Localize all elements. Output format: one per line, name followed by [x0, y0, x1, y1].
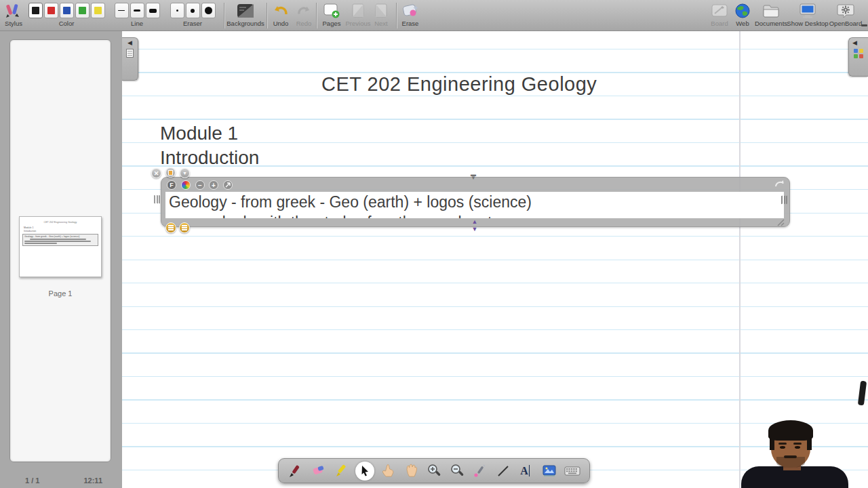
- resize-right-handle[interactable]: [781, 196, 787, 204]
- undo-label: Undo: [273, 20, 289, 28]
- toolbar-separator: [267, 3, 267, 28]
- collapse-pages-tab[interactable]: ◀: [122, 37, 138, 81]
- zoom-out-tool[interactable]: [448, 462, 467, 481]
- color-red-button[interactable]: [44, 3, 58, 18]
- increase-font-button[interactable]: +: [209, 180, 218, 190]
- top-toolbar: Stylus Color Line: [0, 0, 868, 31]
- openboard-menu-button[interactable]: OpenBoard: [827, 1, 865, 30]
- pages-stack-icon: [126, 49, 134, 58]
- eraser-label: Eraser: [183, 20, 202, 28]
- selector-tool[interactable]: [355, 462, 374, 481]
- backgrounds-label: Backgrounds: [226, 20, 264, 28]
- backgrounds-icon: [237, 1, 254, 20]
- documents-label: Documents: [755, 20, 787, 28]
- openboard-label: OpenBoard: [829, 20, 863, 28]
- stylus-tool[interactable]: Stylus: [1, 1, 26, 30]
- text-layer-button-2[interactable]: [179, 222, 190, 233]
- rotate-handle-icon[interactable]: [774, 179, 785, 190]
- text-color-button[interactable]: [181, 180, 191, 190]
- openboard-window: CET 202 Engineering Geology Module 1 Int…: [0, 0, 868, 488]
- draw-line-tool[interactable]: [494, 462, 513, 481]
- previous-page-button[interactable]: Previous: [344, 1, 372, 30]
- openboard-gear-icon: [837, 1, 854, 20]
- interact-pointer-tool[interactable]: [378, 462, 397, 481]
- text-caret-handle[interactable]: ▲▼: [470, 218, 479, 233]
- line-label: Line: [131, 20, 143, 28]
- documents-folder-icon: [762, 1, 780, 20]
- page-thumbnail[interactable]: CET 202 Engineering Geology Module 1 Int…: [19, 216, 102, 277]
- duplicate-textbox-button[interactable]: [165, 167, 176, 178]
- toolbar-separator: [316, 3, 317, 28]
- board-label: Board: [711, 20, 728, 28]
- redo-label: Redo: [296, 20, 312, 28]
- redo-button[interactable]: Redo: [293, 1, 315, 30]
- eraser-large-button[interactable]: [201, 3, 216, 18]
- line-thin-button[interactable]: [115, 3, 129, 18]
- web-label: Web: [736, 20, 749, 28]
- scroll-hand-tool[interactable]: [401, 462, 420, 481]
- textbox-menu-button[interactable]: ▼: [180, 168, 190, 178]
- font-button[interactable]: F: [167, 180, 176, 190]
- undo-button[interactable]: Undo: [269, 1, 293, 30]
- web-mode-button[interactable]: Web: [732, 1, 753, 30]
- page-counter: 1 / 1: [25, 476, 39, 485]
- eraser-small-button[interactable]: [170, 3, 184, 18]
- documents-mode-button[interactable]: Documents: [753, 1, 789, 30]
- color-black-button[interactable]: [28, 3, 43, 18]
- thumb-title: CET 202 Engineering Geology: [24, 220, 97, 224]
- write-text-tool[interactable]: A: [517, 462, 536, 481]
- color-yellow-button[interactable]: [91, 3, 105, 18]
- text-size-icon[interactable]: [223, 180, 233, 190]
- pages-button[interactable]: Pages: [319, 1, 344, 30]
- thumbnail-panel: CET 202 Engineering Geology Module 1 Int…: [9, 39, 111, 462]
- line-group: Line: [111, 1, 163, 30]
- drag-handle-icon[interactable]: ▬▼: [469, 173, 478, 180]
- collapse-left-arrow-icon: ◀: [122, 38, 138, 47]
- clock: 12:11: [83, 476, 102, 485]
- resize-left-handle[interactable]: [154, 195, 160, 203]
- textbox-line-2-clipped: - deals with the study of earth as a pla…: [165, 212, 784, 218]
- page-title: CET 202 Engineering Geology: [321, 73, 597, 96]
- undo-icon: [273, 1, 289, 20]
- board-mode-button[interactable]: Board: [707, 1, 732, 30]
- show-desktop-button[interactable]: Show Desktop: [787, 1, 829, 30]
- laser-pointer-tool[interactable]: [471, 462, 490, 481]
- decrease-font-button[interactable]: −: [195, 180, 205, 190]
- toolbar-separator: [224, 3, 224, 28]
- show-desktop-label: Show Desktop: [787, 20, 828, 28]
- page-thumbnail-label: Page 1: [10, 289, 111, 298]
- erase-annotation-tool[interactable]: [309, 462, 328, 481]
- backgrounds-button[interactable]: Backgrounds: [226, 1, 265, 30]
- line-thick-button[interactable]: [146, 3, 160, 18]
- next-page-button[interactable]: Next: [370, 1, 392, 30]
- previous-page-icon: [351, 1, 366, 20]
- library-icon: [854, 49, 863, 58]
- text-input-area[interactable]: Geology - from greek - Geo (earth) + log…: [165, 192, 784, 218]
- capture-media-tool[interactable]: [540, 462, 559, 481]
- redo-icon: [296, 1, 311, 20]
- annotate-pen-tool[interactable]: [286, 462, 305, 481]
- erase-button[interactable]: Erase: [398, 1, 422, 30]
- stylus-label: Stylus: [5, 20, 22, 28]
- tools-dock: A: [278, 458, 590, 483]
- library-palette-tab[interactable]: ◀: [848, 37, 868, 77]
- eraser-medium-button[interactable]: [186, 3, 200, 18]
- previous-label: Previous: [346, 20, 371, 28]
- close-textbox-button[interactable]: ✕: [151, 168, 161, 178]
- zoom-in-tool[interactable]: [425, 462, 443, 481]
- color-green-button[interactable]: [75, 3, 90, 18]
- next-page-icon: [374, 1, 389, 20]
- virtual-keyboard-tool[interactable]: [563, 462, 582, 481]
- resize-corner-handle[interactable]: [775, 217, 785, 226]
- line-medium-button[interactable]: [130, 3, 144, 18]
- text-layer-button-1[interactable]: [165, 222, 176, 233]
- erase-icon: [401, 1, 419, 20]
- eraser-group: Eraser: [167, 1, 218, 30]
- board-icon: [711, 1, 728, 20]
- textbox-line-1: Geology - from greek - Geo (earth) + log…: [165, 192, 784, 212]
- color-label: Color: [59, 20, 75, 28]
- toolbar-separator: [396, 3, 397, 28]
- toolbar-drag-handle[interactable]: [861, 24, 867, 26]
- highlighter-tool[interactable]: [332, 462, 351, 481]
- color-blue-button[interactable]: [60, 3, 74, 18]
